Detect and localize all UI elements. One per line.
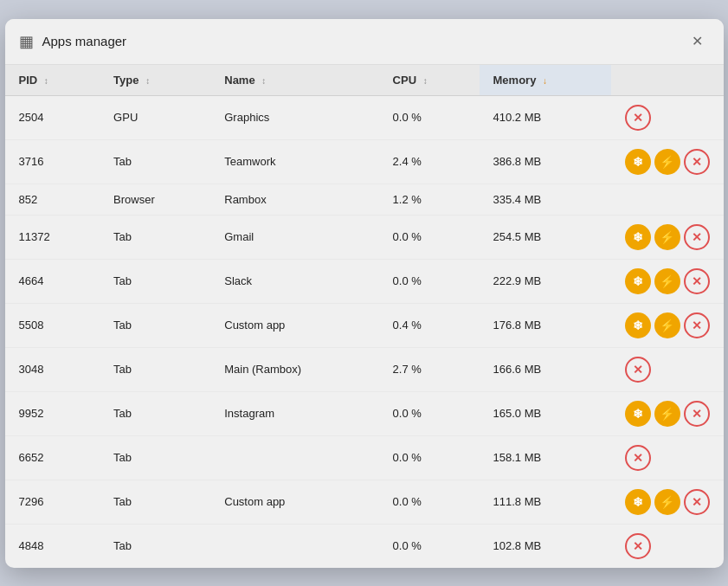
cell-name: Teamwork xyxy=(210,139,378,184)
app-icon: ▦ xyxy=(19,32,34,51)
flash-button[interactable]: ⚡ xyxy=(654,149,680,175)
cell-name xyxy=(210,435,378,480)
cell-pid: 7296 xyxy=(5,480,100,524)
cell-memory: 166.6 MB xyxy=(480,347,611,391)
col-header-pid[interactable]: PID ↕ xyxy=(5,65,100,96)
freeze-button[interactable]: ❄ xyxy=(625,401,651,427)
cell-type: Tab xyxy=(100,347,210,391)
flash-button[interactable]: ⚡ xyxy=(654,224,680,250)
cell-cpu: 2.4 % xyxy=(379,139,480,184)
cell-pid: 9952 xyxy=(5,391,100,435)
cell-cpu: 0.0 % xyxy=(379,480,480,524)
type-sort-icon: ↕ xyxy=(145,76,150,86)
kill-process-button[interactable]: ✕ xyxy=(625,105,651,131)
cell-actions: ✕ xyxy=(611,347,724,391)
table-header-row: PID ↕ Type ↕ Name ↕ CPU ↕ xyxy=(5,65,724,96)
cell-pid: 4664 xyxy=(5,259,100,303)
cell-actions: ❄⚡✕ xyxy=(611,215,724,259)
table-row: 5508TabCustom app0.4 %176.8 MB❄⚡✕ xyxy=(5,303,724,347)
pid-sort-icon: ↕ xyxy=(44,76,48,86)
cell-cpu: 1.2 % xyxy=(379,184,480,215)
kill-process-button[interactable]: ✕ xyxy=(625,445,651,471)
titlebar-left: ▦ Apps manager xyxy=(19,32,127,51)
memory-sort-icon: ↓ xyxy=(543,76,547,86)
cell-name: Custom app xyxy=(210,480,378,524)
cell-pid: 3048 xyxy=(5,347,100,391)
cell-actions: ✕ xyxy=(611,435,724,480)
cell-memory: 254.5 MB xyxy=(480,215,611,259)
table-row: 4848Tab0.0 %102.8 MB✕ xyxy=(5,524,724,568)
cell-actions: ❄⚡✕ xyxy=(611,480,724,524)
kill-process-button[interactable]: ✕ xyxy=(684,401,710,427)
flash-button[interactable]: ⚡ xyxy=(654,268,680,294)
cell-memory: 176.8 MB xyxy=(480,303,611,347)
flash-button[interactable]: ⚡ xyxy=(654,401,680,427)
kill-process-button[interactable]: ✕ xyxy=(625,357,651,383)
cell-type: Tab xyxy=(100,524,210,568)
col-header-actions xyxy=(611,65,724,96)
cell-type: Tab xyxy=(100,480,210,524)
cell-actions: ❄⚡✕ xyxy=(611,391,724,435)
table-row: 7296TabCustom app0.0 %111.8 MB❄⚡✕ xyxy=(5,480,724,524)
window-close-button[interactable]: ✕ xyxy=(686,29,710,54)
freeze-button[interactable]: ❄ xyxy=(625,268,651,294)
col-header-memory[interactable]: Memory ↓ xyxy=(480,65,611,96)
freeze-button[interactable]: ❄ xyxy=(625,149,651,175)
cell-type: GPU xyxy=(100,95,210,139)
cell-actions: ❄⚡✕ xyxy=(611,139,724,184)
freeze-button[interactable]: ❄ xyxy=(625,489,651,515)
cell-name: Graphics xyxy=(210,95,378,139)
titlebar: ▦ Apps manager ✕ xyxy=(5,19,724,65)
table-container: PID ↕ Type ↕ Name ↕ CPU ↕ xyxy=(5,65,724,568)
cell-cpu: 0.0 % xyxy=(379,435,480,480)
cell-type: Tab xyxy=(100,391,210,435)
flash-button[interactable]: ⚡ xyxy=(654,312,680,338)
table-row: 3716TabTeamwork2.4 %386.8 MB❄⚡✕ xyxy=(5,139,724,184)
cell-cpu: 0.0 % xyxy=(379,95,480,139)
kill-process-button[interactable]: ✕ xyxy=(684,312,710,338)
col-header-cpu[interactable]: CPU ↕ xyxy=(379,65,480,96)
kill-process-button[interactable]: ✕ xyxy=(684,268,710,294)
cell-type: Tab xyxy=(100,303,210,347)
table-row: 6652Tab0.0 %158.1 MB✕ xyxy=(5,435,724,480)
cell-memory: 102.8 MB xyxy=(480,524,611,568)
cell-name xyxy=(210,524,378,568)
apps-manager-window: ▦ Apps manager ✕ PID ↕ Type ↕ Name xyxy=(5,19,724,568)
col-header-type[interactable]: Type ↕ xyxy=(100,65,210,96)
cell-name: Instagram xyxy=(210,391,378,435)
cell-pid: 6652 xyxy=(5,435,100,480)
cell-actions: ✕ xyxy=(611,95,724,139)
table-row: 2504GPUGraphics0.0 %410.2 MB✕ xyxy=(5,95,724,139)
cell-name: Rambox xyxy=(210,184,378,215)
table-row: 11372TabGmail0.0 %254.5 MB❄⚡✕ xyxy=(5,215,724,259)
freeze-button[interactable]: ❄ xyxy=(625,312,651,338)
cell-type: Tab xyxy=(100,259,210,303)
cell-cpu: 0.0 % xyxy=(379,391,480,435)
cell-cpu: 2.7 % xyxy=(379,347,480,391)
cell-cpu: 0.0 % xyxy=(379,259,480,303)
cell-memory: 165.0 MB xyxy=(480,391,611,435)
flash-button[interactable]: ⚡ xyxy=(654,489,680,515)
name-sort-icon: ↕ xyxy=(261,76,266,86)
col-header-name[interactable]: Name ↕ xyxy=(210,65,378,96)
cell-name: Gmail xyxy=(210,215,378,259)
table-row: 3048TabMain (Rambox)2.7 %166.6 MB✕ xyxy=(5,347,724,391)
cell-type: Tab xyxy=(100,139,210,184)
kill-process-button[interactable]: ✕ xyxy=(684,489,710,515)
kill-process-button[interactable]: ✕ xyxy=(684,149,710,175)
cell-memory: 222.9 MB xyxy=(480,259,611,303)
cell-actions xyxy=(611,184,724,215)
table-row: 9952TabInstagram0.0 %165.0 MB❄⚡✕ xyxy=(5,391,724,435)
kill-process-button[interactable]: ✕ xyxy=(684,224,710,250)
cell-pid: 11372 xyxy=(5,215,100,259)
cell-cpu: 0.0 % xyxy=(379,524,480,568)
kill-process-button[interactable]: ✕ xyxy=(625,533,651,559)
cell-pid: 2504 xyxy=(5,95,100,139)
cell-memory: 158.1 MB xyxy=(480,435,611,480)
freeze-button[interactable]: ❄ xyxy=(625,224,651,250)
cell-pid: 4848 xyxy=(5,524,100,568)
cell-memory: 386.8 MB xyxy=(480,139,611,184)
cell-pid: 852 xyxy=(5,184,100,215)
cell-name: Main (Rambox) xyxy=(210,347,378,391)
cell-memory: 111.8 MB xyxy=(480,480,611,524)
